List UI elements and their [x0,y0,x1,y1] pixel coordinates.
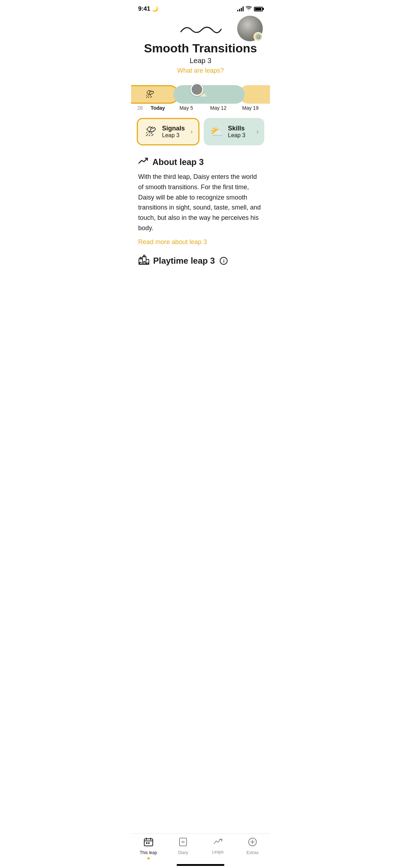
svg-rect-7 [147,263,148,264]
wave-icon [179,23,222,38]
what-are-leaps-link[interactable]: What are leaps? [177,67,224,74]
timeline-segment-current: ⛈ [131,85,179,104]
timeline-track: ⛈ ⛅ [131,85,270,104]
main-title: Smooth Transitions [144,41,257,55]
cloud-card-icon: ⛅ [209,125,224,138]
timeline-label-may12: May 12 [202,105,234,111]
timeline-segment-green: ⛅ [173,85,245,104]
sub-title: Leap 3 [189,57,211,65]
battery-icon [254,7,263,11]
skills-label: Skills [228,125,252,132]
skills-card[interactable]: ⛅ Skills Leap 3 › [204,118,264,145]
wifi-icon [246,6,252,12]
moon-icon: 🌙 [152,6,158,12]
svg-rect-3 [142,257,146,264]
avatar-container[interactable]: ⚙️ [237,16,263,41]
cards-row: ⛈ Signals Leap 3 › ⛅ Skills Leap 3 › [131,118,270,145]
playtime-section: Playtime leap 3 i [131,254,270,268]
skills-arrow-icon: › [256,128,259,135]
svg-rect-4 [144,255,145,257]
svg-rect-2 [140,262,141,264]
storm-icon: ⛈ [146,89,154,99]
skills-sub: Leap 3 [228,132,252,139]
signals-arrow-icon: › [191,128,193,135]
timeline-label-may5: May 5 [170,105,202,111]
timeline-dot [191,83,203,96]
gear-icon[interactable]: ⚙️ [254,32,263,41]
svg-rect-1 [140,257,141,259]
timeline-label-today: Today [145,105,170,111]
signal-bars-icon [237,6,244,11]
timeline-label-may19: May 19 [234,105,266,111]
status-time: 9:41 [138,5,150,12]
playtime-icon [138,254,150,268]
timeline: ⛈ ⛅ 28 Today May 5 May 12 May 19 [131,80,270,112]
about-title: About leap 3 [138,157,263,167]
svg-rect-5 [144,262,145,264]
status-icons [237,6,263,12]
playtime-title: Playtime leap 3 i [138,254,263,268]
read-more-link[interactable]: Read more about leap 3 [138,238,207,246]
storm-card-icon: ⛈ [144,126,158,138]
about-body: With the third leap, Daisy enters the wo… [138,172,263,233]
signals-sub: Leap 3 [162,132,186,139]
timeline-labels: 28 Today May 5 May 12 May 19 [131,105,270,111]
signals-card-text: Signals Leap 3 [162,125,186,139]
header-area: ⚙️ Smooth Transitions Leap 3 What are le… [131,16,270,80]
timeline-label-28: 28 [135,105,145,111]
skills-card-text: Skills Leap 3 [228,125,252,139]
status-bar: 9:41 🌙 [131,0,270,16]
info-icon[interactable]: i [220,257,228,265]
signals-label: Signals [162,125,186,132]
about-section: About leap 3 With the third leap, Daisy … [131,157,270,246]
trending-up-icon [138,157,149,167]
signals-card[interactable]: ⛈ Signals Leap 3 › [137,118,199,145]
